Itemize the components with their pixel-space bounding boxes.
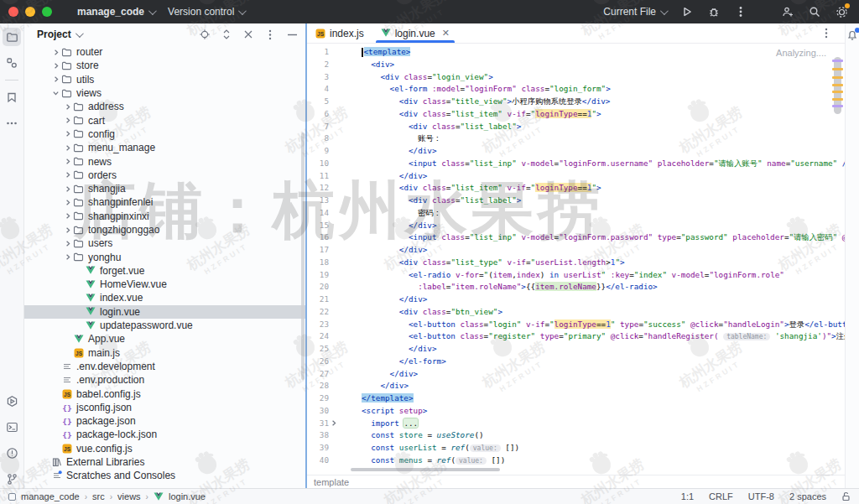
chevron-right-icon[interactable] <box>63 171 72 179</box>
line-number[interactable]: 16 <box>307 231 329 244</box>
chevron-down-icon[interactable] <box>75 29 84 38</box>
chevron-right-icon[interactable] <box>63 144 72 152</box>
services-tool-button[interactable] <box>3 392 21 410</box>
tree-item-shangjia[interactable]: shangjia <box>24 182 305 195</box>
line-number[interactable]: 31 <box>307 418 329 430</box>
indent-setting[interactable]: 2 spaces <box>789 491 826 501</box>
line-number[interactable]: 21 <box>307 294 329 306</box>
tab-index-js[interactable]: JS index.js <box>307 23 372 43</box>
tree-item-vue.config.js[interactable]: JSvue.config.js <box>24 442 305 455</box>
code-line-5[interactable]: 5 <div class="title_view">小程序购物系统登录</div… <box>307 96 845 108</box>
code-line-17[interactable]: 17 </div> <box>307 244 845 257</box>
code-line-38[interactable]: 38 const store = useStore() <box>307 429 845 442</box>
code-line-13[interactable]: 13 <div class="list_label"> <box>307 195 845 207</box>
line-number[interactable]: 9 <box>307 145 329 158</box>
code-line-16[interactable]: 16 <input class="list_inp" v-model="logi… <box>307 231 845 244</box>
line-number[interactable]: 40 <box>307 455 329 467</box>
chevron-right-icon[interactable] <box>63 226 72 234</box>
code-line-21[interactable]: 21 </div> <box>307 294 845 306</box>
line-number[interactable]: 8 <box>307 132 329 145</box>
run-configuration-select[interactable]: Current File <box>596 3 668 20</box>
panel-options-button[interactable] <box>263 28 277 41</box>
code-line-8[interactable]: 8 账号： <box>307 132 845 145</box>
project-tool-button[interactable] <box>3 28 21 46</box>
tree-item-tongzhigonggao[interactable]: tongzhigonggao <box>24 223 305 236</box>
horizontal-scrollbar[interactable] <box>351 468 500 471</box>
settings-button[interactable] <box>834 4 849 19</box>
chevron-right-icon[interactable] <box>63 185 72 193</box>
readonly-lock-icon[interactable] <box>841 491 851 501</box>
bookmarks-tool-button[interactable] <box>3 88 21 107</box>
tree-item-jsconfig.json[interactable]: {}jsconfig.json <box>24 401 305 414</box>
tree-item-package-lock.json[interactable]: {}package-lock.json <box>24 428 305 441</box>
code-line-3[interactable]: 3 <div class="login_view"> <box>307 71 845 84</box>
breadcrumb-src[interactable]: src <box>92 491 105 501</box>
chevron-right-icon[interactable] <box>63 117 72 124</box>
chevron-right-icon[interactable] <box>63 103 72 111</box>
tree-item-.env.production[interactable]: .env.production <box>24 373 305 387</box>
chevron-right-icon[interactable] <box>63 253 72 261</box>
tree-item-login.vue[interactable]: login.vue <box>24 305 305 319</box>
line-number[interactable]: 25 <box>307 343 329 356</box>
code-line-10[interactable]: 10 <input class="list_inp" v-model="logi… <box>307 158 845 170</box>
fold-marker-icon[interactable] <box>329 418 339 430</box>
line-number[interactable]: 29 <box>307 392 329 405</box>
code-line-22[interactable]: 22 <div class="btn_view"> <box>307 306 845 319</box>
code-line-19[interactable]: 19 <el-radio v-for="(item,index) in user… <box>307 269 845 282</box>
code-line-9[interactable]: 9 </div> <box>307 145 845 158</box>
line-number[interactable]: 38 <box>307 429 329 442</box>
line-number[interactable]: 7 <box>307 121 329 133</box>
project-scrollbar[interactable] <box>301 132 305 380</box>
code-with-me-button[interactable] <box>780 4 795 19</box>
select-opened-file-button[interactable] <box>198 28 211 41</box>
tree-item-.env.development[interactable]: .env.development <box>24 360 305 373</box>
caret-position[interactable]: 1:1 <box>681 491 694 501</box>
notifications-button[interactable] <box>846 29 858 41</box>
line-number[interactable]: 6 <box>307 108 329 121</box>
tree-item-Scratches-and-Consoles[interactable]: Scratches and Consoles <box>24 469 305 482</box>
tree-item-index.vue[interactable]: index.vue <box>24 291 305 304</box>
line-number[interactable]: 3 <box>307 71 329 84</box>
tree-item-views[interactable]: views <box>24 86 305 100</box>
code-line-25[interactable]: 25 </div> <box>307 343 845 356</box>
line-number[interactable]: 28 <box>307 380 329 392</box>
breadcrumb-file[interactable]: login.vue <box>169 491 206 501</box>
code-line-1[interactable]: 1<template> <box>307 46 845 59</box>
tree-item-forget.vue[interactable]: forget.vue <box>24 264 305 278</box>
chevron-right-icon[interactable] <box>63 158 72 165</box>
code-line-30[interactable]: 30<script setup> <box>307 405 845 418</box>
tree-item-address[interactable]: address <box>24 100 305 113</box>
search-everywhere-button[interactable] <box>807 4 822 19</box>
line-number[interactable]: 4 <box>307 83 329 96</box>
code-line-26[interactable]: 26 </el-form> <box>307 356 845 368</box>
hide-panel-button[interactable] <box>285 28 299 41</box>
line-number[interactable]: 24 <box>307 330 329 343</box>
code-line-31[interactable]: 31 import ... <box>307 418 845 430</box>
code-line-2[interactable]: 2 <div> <box>307 59 845 71</box>
close-tab-icon[interactable]: ✕ <box>442 28 450 39</box>
code-line-4[interactable]: 4 <el-form :model="loginForm" class="log… <box>307 83 845 96</box>
line-number[interactable]: 19 <box>307 269 329 282</box>
code-line-39[interactable]: 39 const userList = ref(value: []) <box>307 442 845 455</box>
tree-item-orders[interactable]: orders <box>24 169 305 182</box>
line-number[interactable]: 2 <box>307 59 329 71</box>
code-editor[interactable]: 1<template>2 <div>3 <div class="login_vi… <box>307 44 845 475</box>
code-line-29[interactable]: 29</template> <box>307 392 845 405</box>
expand-all-button[interactable] <box>220 28 233 41</box>
commit-tool-button[interactable] <box>3 54 21 72</box>
chevron-right-icon[interactable] <box>63 240 72 247</box>
tree-item-babel.config.js[interactable]: JSbabel.config.js <box>24 387 305 400</box>
close-window-button[interactable] <box>8 7 18 17</box>
tree-item-shangpinxinxi[interactable]: shangpinxinxi <box>24 210 305 223</box>
tree-item-cart[interactable]: cart <box>24 113 305 127</box>
line-number[interactable]: 13 <box>307 195 329 207</box>
code-line-18[interactable]: 18 <div class="list_type" v-if="userList… <box>307 257 845 269</box>
tree-item-package.json[interactable]: {}package.json <box>24 414 305 428</box>
line-number[interactable]: 23 <box>307 319 329 331</box>
line-number[interactable]: 10 <box>307 158 329 170</box>
tree-item-yonghu[interactable]: yonghu <box>24 250 305 263</box>
tab-list-button[interactable] <box>825 28 828 39</box>
tree-item-router[interactable]: router <box>24 45 305 59</box>
code-line-27[interactable]: 27 </div> <box>307 368 845 381</box>
tree-item-shangpinfenlei[interactable]: shangpinfenlei <box>24 195 305 209</box>
